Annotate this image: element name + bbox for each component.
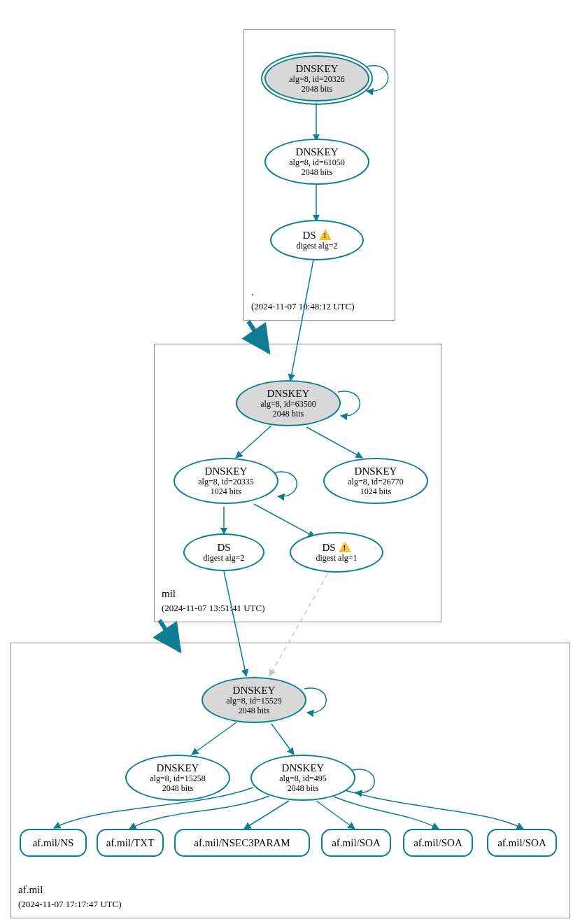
- node-afmil-zsk-495: DNSKEY alg=8, id=495 2048 bits: [250, 755, 355, 801]
- node-line1: digest alg=2: [296, 241, 337, 251]
- node-title: DS: [217, 542, 230, 554]
- node-mil-ds-alg2: DS digest alg=2: [183, 533, 264, 571]
- node-line1: alg=8, id=26770: [348, 477, 404, 487]
- node-line2: 2048 bits: [302, 84, 332, 94]
- rrset-soa-2: af.mil/SOA: [403, 829, 473, 857]
- zone-root-label: . (2024-11-07 10:48:12 UTC): [251, 286, 355, 313]
- node-line1: alg=8, id=495: [279, 774, 327, 784]
- rrset-txt: af.mil/TXT: [97, 829, 164, 857]
- warning-icon: [339, 541, 351, 552]
- node-title: af.mil/NSEC3PARAM: [194, 837, 290, 849]
- node-line1: alg=8, id=20326: [289, 74, 345, 85]
- node-line2: 2048 bits: [273, 409, 304, 419]
- node-line1: digest alg=1: [316, 553, 357, 564]
- node-title: DNSKEY: [296, 146, 339, 158]
- node-title: DNSKEY: [296, 63, 339, 75]
- node-afmil-ksk: DNSKEY alg=8, id=15529 2048 bits: [201, 677, 306, 723]
- zone-afmil-label: af.mil (2024-11-07 17:17:47 UTC): [18, 883, 122, 911]
- rrset-soa-1: af.mil/SOA: [321, 829, 391, 857]
- node-title: DNSKEY: [282, 762, 325, 774]
- zone-afmil-timestamp: (2024-11-07 17:17:47 UTC): [18, 899, 122, 909]
- node-title: DNSKEY: [233, 685, 276, 696]
- zone-mil-name: mil: [162, 588, 176, 599]
- node-title: DS: [302, 229, 331, 241]
- zone-root-name: .: [251, 286, 254, 298]
- node-mil-ksk: DNSKEY alg=8, id=63500 2048 bits: [236, 380, 341, 426]
- node-mil-zsk-26770: DNSKEY alg=8, id=26770 1024 bits: [323, 458, 428, 504]
- node-afmil-zsk-15258: DNSKEY alg=8, id=15258 2048 bits: [125, 755, 230, 801]
- node-title: DNSKEY: [157, 762, 199, 774]
- node-mil-zsk-20335: DNSKEY alg=8, id=20335 1024 bits: [174, 458, 278, 504]
- node-line1: alg=8, id=15258: [150, 774, 206, 784]
- node-title: DNSKEY: [205, 465, 248, 477]
- node-line1: digest alg=2: [203, 553, 244, 564]
- node-title: DNSKEY: [267, 388, 310, 400]
- node-title: af.mil/TXT: [106, 837, 155, 849]
- node-mil-ds-alg1: DS digest alg=1: [290, 532, 383, 573]
- node-line1: alg=8, id=15529: [226, 696, 282, 706]
- node-title: af.mil/SOA: [413, 837, 462, 849]
- node-root-ds: DS digest alg=2: [270, 220, 364, 260]
- node-line2: 2048 bits: [162, 783, 193, 794]
- node-line2: 2048 bits: [239, 706, 269, 716]
- node-line1: alg=8, id=20335: [198, 477, 254, 487]
- rrset-nsec3param: af.mil/NSEC3PARAM: [174, 829, 310, 857]
- node-line2: 1024 bits: [360, 486, 391, 497]
- zone-root-timestamp: (2024-11-07 10:48:12 UTC): [251, 301, 355, 312]
- node-line2: 1024 bits: [211, 486, 241, 497]
- node-title: DS: [322, 541, 351, 554]
- node-line2: 2048 bits: [302, 167, 332, 178]
- node-line1: alg=8, id=63500: [260, 399, 316, 410]
- zone-mil-label: mil (2024-11-07 13:51:41 UTC): [162, 587, 265, 615]
- rrset-ns: af.mil/NS: [20, 829, 87, 857]
- node-root-zsk: DNSKEY alg=8, id=61050 2048 bits: [264, 139, 369, 185]
- node-title: af.mil/SOA: [497, 837, 546, 849]
- zone-afmil-name: af.mil: [18, 884, 43, 895]
- node-title: af.mil/SOA: [332, 837, 381, 849]
- warning-icon: [319, 229, 332, 240]
- node-line2: 2048 bits: [288, 783, 318, 794]
- rrset-soa-3: af.mil/SOA: [487, 829, 557, 857]
- dnssec-chain-diagram: . (2024-11-07 10:48:12 UTC) DNSKEY alg=8…: [0, 0, 580, 924]
- node-title: DNSKEY: [355, 465, 397, 477]
- node-root-ksk: DNSKEY alg=8, id=20326 2048 bits: [264, 55, 369, 102]
- node-line1: alg=8, id=61050: [289, 158, 345, 168]
- node-title: af.mil/NS: [33, 837, 74, 849]
- zone-mil-timestamp: (2024-11-07 13:51:41 UTC): [162, 603, 265, 613]
